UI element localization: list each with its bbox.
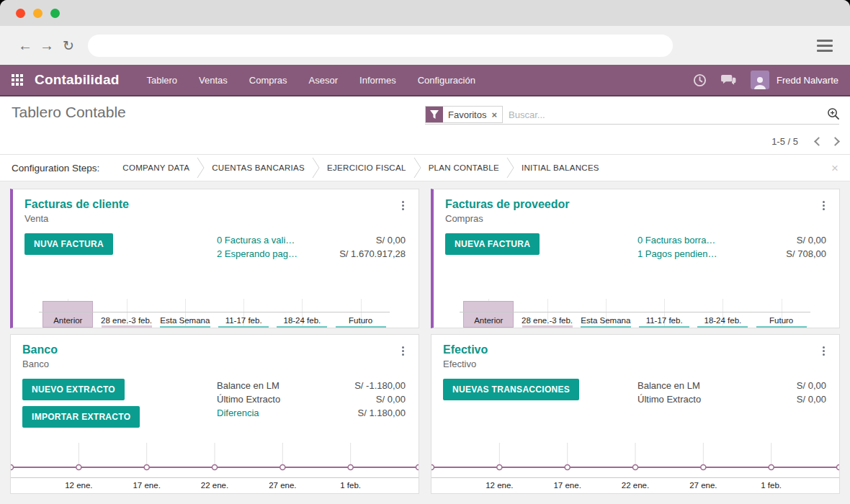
card-facturas-de-proveedor: Facturas de proveedor Compras NUEVA FACT… (431, 189, 840, 328)
data-point[interactable] (565, 465, 570, 470)
axis-label: Esta Semana (156, 316, 214, 325)
messages-icon[interactable] (721, 73, 736, 86)
configuration-steps-close-icon[interactable]: × (831, 162, 838, 174)
nuevo-extracto-button[interactable]: NUEVO EXTRACTO (22, 379, 125, 400)
nuevas-transacciones-button[interactable]: NUEVAS TRANSACCIONES (443, 379, 579, 400)
browser-menu-button[interactable] (814, 37, 836, 55)
menu-configuracion[interactable]: Configuración (418, 75, 475, 86)
axis-label: 12 ene. (486, 481, 513, 490)
control-panel: Tablero Contable Favoritos × 1-5 / 5 (0, 96, 850, 154)
menu-compras[interactable]: Compras (249, 75, 287, 86)
step-plan-contable[interactable]: PLAN CONTABLE (421, 163, 506, 172)
activities-clock-icon[interactable] (693, 73, 707, 87)
card-facturas-de-cliente: Facturas de cliente Venta NUVA FACTURA 0… (10, 189, 419, 328)
menu-tablero[interactable]: Tablero (146, 75, 177, 86)
user-avatar[interactable] (751, 71, 769, 89)
data-point[interactable] (497, 465, 502, 470)
card-title[interactable]: Facturas de cliente (24, 198, 407, 211)
card-chart: 12 ene.17 ene.22 ene.27 ene.1 feb. (11, 440, 419, 493)
stat-label: Último Extracto (217, 392, 280, 406)
pager-text: 1-5 / 5 (771, 136, 798, 147)
data-point[interactable] (144, 465, 149, 470)
data-point[interactable] (836, 465, 839, 470)
axis-label: 28 ene.-3 feb. (97, 316, 156, 325)
browser-window: ← → ↻ Contabilidad Tablero Ventas Compra… (0, 0, 850, 504)
step-company-data[interactable]: COMPANY DATA (115, 163, 197, 172)
importar-extracto-button[interactable]: IMPORTAR EXTRACTO (22, 406, 140, 428)
data-point[interactable] (416, 465, 419, 470)
axis-label: 17 ene. (553, 481, 581, 490)
data-point[interactable] (769, 465, 774, 470)
app-name[interactable]: Contabilidad (35, 72, 119, 88)
card-title[interactable]: Facturas de proveedor (445, 198, 828, 211)
user-name[interactable]: Fredd Nalvarte (777, 75, 838, 86)
axis-label: Anterior (460, 316, 518, 325)
stat-link[interactable]: Diferencia (217, 406, 259, 420)
menu-ventas[interactable]: Ventas (199, 75, 228, 86)
data-point[interactable] (280, 465, 285, 470)
address-bar[interactable] (88, 35, 673, 57)
stat-value: S/ 708,00 (786, 247, 826, 261)
stat-link[interactable]: 0 Facturas a vali… (217, 233, 295, 247)
stat-value: S/ 1.180,00 (358, 406, 406, 420)
stat-value: S/ 0,00 (376, 392, 406, 406)
card-stats: Balance en LM S/ -1.180,00 Último Extrac… (217, 379, 406, 428)
card-kebab-menu-icon[interactable] (399, 345, 407, 357)
data-point[interactable] (11, 465, 14, 470)
pager-next-icon[interactable] (831, 137, 840, 146)
line-chart (431, 440, 839, 477)
facet-label: Favoritos (443, 107, 491, 122)
maximize-window-button[interactable] (50, 9, 60, 18)
step-initial-balances[interactable]: INITIAL BALANCES (514, 163, 607, 172)
minimize-window-button[interactable] (33, 9, 42, 18)
close-window-button[interactable] (16, 9, 25, 18)
stat-link[interactable]: 1 Pagos pendien… (638, 247, 717, 261)
axis-label: 17 ene. (133, 481, 160, 490)
card-title[interactable]: Banco (22, 343, 407, 356)
axis-label: 27 ene. (269, 481, 296, 490)
nueva-factura-button[interactable]: NUVA FACTURA (24, 233, 113, 255)
app-navbar: Contabilidad Tablero Ventas Compras Ases… (0, 65, 850, 96)
card-stats: Balance en LM S/ 0,00 Último Extracto S/… (638, 379, 826, 406)
card-subtitle: Efectivo (443, 359, 828, 369)
stat-row: Balance en LM S/ 0,00 (638, 379, 826, 392)
facet-remove-icon[interactable]: × (491, 107, 502, 122)
reload-button[interactable]: ↻ (58, 37, 79, 54)
data-point[interactable] (76, 465, 81, 470)
step-cuentas-bancarias[interactable]: CUENTAS BANCARIAS (205, 163, 312, 172)
forward-button[interactable]: → (36, 37, 58, 54)
nueva-factura-button[interactable]: NUEVA FACTURA (445, 233, 540, 255)
search-options-icon[interactable] (827, 107, 839, 122)
configuration-steps-label: Configuration Steps: (12, 163, 99, 174)
line-chart (11, 440, 419, 477)
axis-label: 27 ene. (689, 481, 717, 490)
search-input[interactable] (503, 109, 827, 120)
data-point[interactable] (348, 465, 353, 470)
stat-row: Último Extracto S/ 0,00 (638, 392, 826, 406)
stat-value: S/ -1.180,00 (354, 379, 406, 392)
data-point[interactable] (701, 465, 706, 470)
card-kebab-menu-icon[interactable] (820, 199, 828, 212)
card-subtitle: Banco (22, 359, 407, 369)
card-title[interactable]: Efectivo (443, 343, 828, 356)
stat-link[interactable]: 0 Facturas borra… (638, 233, 715, 247)
card-kebab-menu-icon[interactable] (399, 199, 407, 212)
stat-link[interactable]: 2 Esperando pag… (217, 247, 298, 261)
menu-informes[interactable]: Informes (359, 75, 396, 86)
data-point[interactable] (632, 465, 638, 470)
axis-label: Futuro (331, 316, 390, 325)
card-banco: Banco Banco NUEVO EXTRACTO IMPORTAR EXTR… (10, 334, 419, 494)
data-point[interactable] (212, 465, 217, 470)
stat-row: 0 Facturas borra… S/ 0,00 (638, 233, 826, 247)
back-button[interactable]: ← (14, 37, 36, 54)
pager-previous-icon[interactable] (814, 137, 823, 146)
data-point[interactable] (431, 465, 434, 470)
menu-asesor[interactable]: Asesor (309, 75, 338, 86)
stat-label: Último Extracto (638, 392, 701, 406)
card-stats: 0 Facturas a vali… S/ 0,00 2 Esperando p… (217, 233, 406, 261)
card-kebab-menu-icon[interactable] (820, 345, 828, 357)
apps-grid-icon[interactable] (12, 74, 23, 86)
step-ejercicio-fiscal[interactable]: EJERCICIO FISCAL (320, 163, 413, 172)
stat-row: 0 Facturas a vali… S/ 0,00 (217, 233, 406, 247)
step-chevron-icon (413, 157, 421, 179)
